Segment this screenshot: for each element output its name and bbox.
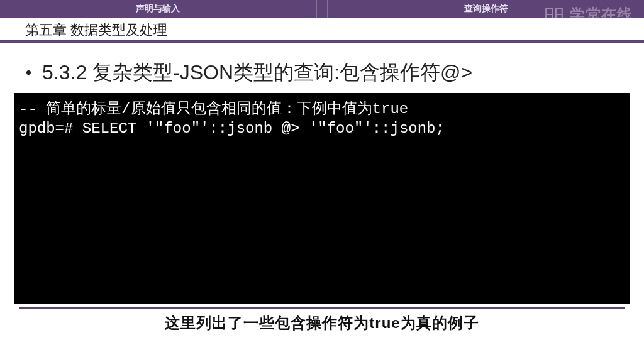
slide-heading: 5.3.2 复杂类型-JSON类型的查询:包含操作符@> <box>26 59 631 87</box>
slide-body: 5.3.2 复杂类型-JSON类型的查询:包含操作符@> -- 简单的标量/原始… <box>0 43 644 304</box>
slide-heading-text: 5.3.2 复杂类型-JSON类型的查询:包含操作符@> <box>42 61 472 84</box>
tab-label: 查询操作符 <box>464 3 508 14</box>
tab-query-operator[interactable]: 查询操作符 <box>328 0 645 18</box>
code-text: -- 简单的标量/原始值只包含相同的值：下例中值为true gpdb=# SEL… <box>19 101 445 137</box>
sql-code-block: -- 简单的标量/原始值只包含相同的值：下例中值为true gpdb=# SEL… <box>14 93 630 304</box>
chapter-title-bar: 第五章 数据类型及处理 <box>0 18 644 43</box>
chapter-title: 第五章 数据类型及处理 <box>25 21 167 40</box>
video-caption: 这里列出了一些包含操作符为true为真的例子 <box>0 309 644 333</box>
bullet-icon <box>26 70 31 75</box>
top-tab-bar: 声明与输入 查询操作符 学堂在线 <box>0 0 644 18</box>
caption-text: 这里列出了一些包含操作符为true为真的例子 <box>165 314 479 331</box>
tab-label: 声明与输入 <box>136 3 180 14</box>
tab-declaration-input[interactable]: 声明与输入 <box>0 0 316 18</box>
tab-divider <box>316 0 328 18</box>
